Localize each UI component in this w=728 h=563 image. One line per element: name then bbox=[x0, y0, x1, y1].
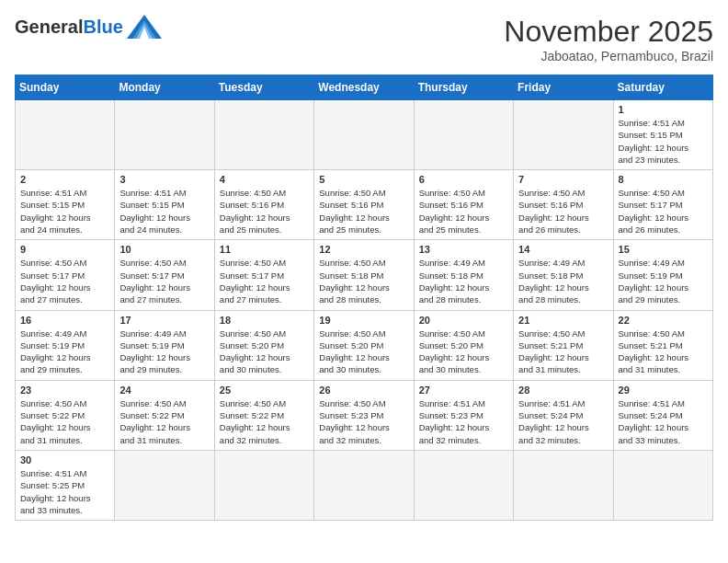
calendar-day-cell: 10Sunrise: 4:50 AM Sunset: 5:17 PM Dayli… bbox=[115, 240, 214, 310]
day-info: Sunrise: 4:50 AM Sunset: 5:22 PM Dayligh… bbox=[20, 397, 109, 446]
day-number: 3 bbox=[119, 174, 209, 185]
calendar-day-cell: 22Sunrise: 4:50 AM Sunset: 5:21 PM Dayli… bbox=[613, 310, 712, 380]
calendar-day-cell bbox=[414, 450, 513, 520]
weekday-header-friday: Friday bbox=[514, 75, 613, 100]
calendar-day-cell: 18Sunrise: 4:50 AM Sunset: 5:20 PM Dayli… bbox=[214, 310, 313, 380]
day-info: Sunrise: 4:51 AM Sunset: 5:15 PM Dayligh… bbox=[119, 187, 209, 236]
calendar-day-cell bbox=[16, 100, 115, 170]
calendar-title-area: November 2025 Jaboatao, Pernambuco, Braz… bbox=[504, 15, 713, 63]
day-info: Sunrise: 4:50 AM Sunset: 5:17 PM Dayligh… bbox=[119, 257, 209, 305]
day-number: 20 bbox=[419, 315, 508, 326]
day-number: 22 bbox=[619, 315, 708, 326]
day-info: Sunrise: 4:51 AM Sunset: 5:15 PM Dayligh… bbox=[20, 187, 109, 236]
day-number: 7 bbox=[518, 174, 608, 185]
weekday-header-sunday: Sunday bbox=[16, 75, 115, 100]
calendar-day-cell bbox=[514, 100, 613, 170]
day-number: 6 bbox=[419, 174, 508, 185]
day-number: 24 bbox=[119, 385, 209, 396]
calendar-day-cell: 2Sunrise: 4:51 AM Sunset: 5:15 PM Daylig… bbox=[16, 170, 115, 240]
calendar-week-row: 23Sunrise: 4:50 AM Sunset: 5:22 PM Dayli… bbox=[16, 380, 713, 450]
calendar-day-cell bbox=[115, 100, 214, 170]
calendar-day-cell: 20Sunrise: 4:50 AM Sunset: 5:20 PM Dayli… bbox=[414, 310, 513, 380]
day-info: Sunrise: 4:50 AM Sunset: 5:22 PM Dayligh… bbox=[220, 397, 309, 446]
logo-general-text: GeneralBlue bbox=[15, 17, 123, 36]
day-info: Sunrise: 4:50 AM Sunset: 5:17 PM Dayligh… bbox=[20, 257, 109, 305]
day-info: Sunrise: 4:51 AM Sunset: 5:24 PM Dayligh… bbox=[619, 397, 708, 446]
day-number: 19 bbox=[319, 315, 408, 326]
calendar-day-cell: 8Sunrise: 4:50 AM Sunset: 5:17 PM Daylig… bbox=[613, 170, 712, 240]
calendar-day-cell: 19Sunrise: 4:50 AM Sunset: 5:20 PM Dayli… bbox=[314, 310, 414, 380]
calendar-day-cell: 16Sunrise: 4:49 AM Sunset: 5:19 PM Dayli… bbox=[16, 310, 115, 380]
calendar-day-cell: 1Sunrise: 4:51 AM Sunset: 5:15 PM Daylig… bbox=[613, 100, 712, 170]
day-number: 29 bbox=[619, 385, 708, 396]
day-info: Sunrise: 4:50 AM Sunset: 5:20 PM Dayligh… bbox=[419, 327, 508, 376]
weekday-header-thursday: Thursday bbox=[414, 75, 513, 100]
calendar-week-row: 30Sunrise: 4:51 AM Sunset: 5:25 PM Dayli… bbox=[16, 450, 713, 520]
day-info: Sunrise: 4:49 AM Sunset: 5:19 PM Dayligh… bbox=[619, 257, 708, 305]
calendar-day-cell: 15Sunrise: 4:49 AM Sunset: 5:19 PM Dayli… bbox=[613, 240, 712, 310]
day-info: Sunrise: 4:51 AM Sunset: 5:24 PM Dayligh… bbox=[518, 397, 608, 446]
calendar-week-row: 1Sunrise: 4:51 AM Sunset: 5:15 PM Daylig… bbox=[16, 100, 713, 170]
calendar-day-cell: 7Sunrise: 4:50 AM Sunset: 5:16 PM Daylig… bbox=[514, 170, 613, 240]
calendar-day-cell: 30Sunrise: 4:51 AM Sunset: 5:25 PM Dayli… bbox=[16, 450, 115, 520]
calendar-day-cell: 17Sunrise: 4:49 AM Sunset: 5:19 PM Dayli… bbox=[115, 310, 214, 380]
day-number: 10 bbox=[119, 244, 209, 255]
logo-icon bbox=[127, 15, 162, 39]
day-number: 15 bbox=[619, 244, 708, 255]
weekday-header-wednesday: Wednesday bbox=[314, 75, 414, 100]
day-number: 4 bbox=[220, 174, 309, 185]
day-info: Sunrise: 4:51 AM Sunset: 5:15 PM Dayligh… bbox=[619, 117, 708, 166]
weekday-header-row: SundayMondayTuesdayWednesdayThursdayFrid… bbox=[16, 75, 713, 100]
day-number: 28 bbox=[518, 385, 608, 396]
day-info: Sunrise: 4:51 AM Sunset: 5:25 PM Dayligh… bbox=[20, 467, 109, 516]
calendar-day-cell: 12Sunrise: 4:50 AM Sunset: 5:18 PM Dayli… bbox=[314, 240, 414, 310]
day-number: 18 bbox=[220, 315, 309, 326]
day-number: 2 bbox=[20, 174, 109, 185]
calendar-day-cell: 11Sunrise: 4:50 AM Sunset: 5:17 PM Dayli… bbox=[214, 240, 313, 310]
day-info: Sunrise: 4:51 AM Sunset: 5:23 PM Dayligh… bbox=[419, 397, 508, 446]
calendar-day-cell bbox=[414, 100, 513, 170]
day-info: Sunrise: 4:50 AM Sunset: 5:17 PM Dayligh… bbox=[619, 187, 708, 236]
day-info: Sunrise: 4:50 AM Sunset: 5:17 PM Dayligh… bbox=[220, 257, 309, 305]
calendar-day-cell: 14Sunrise: 4:49 AM Sunset: 5:18 PM Dayli… bbox=[514, 240, 613, 310]
day-info: Sunrise: 4:50 AM Sunset: 5:16 PM Dayligh… bbox=[518, 187, 608, 236]
day-number: 12 bbox=[319, 244, 408, 255]
day-info: Sunrise: 4:50 AM Sunset: 5:16 PM Dayligh… bbox=[319, 187, 408, 236]
calendar-day-cell bbox=[214, 450, 313, 520]
day-info: Sunrise: 4:50 AM Sunset: 5:16 PM Dayligh… bbox=[220, 187, 309, 236]
calendar-day-cell: 26Sunrise: 4:50 AM Sunset: 5:23 PM Dayli… bbox=[314, 380, 414, 450]
day-number: 17 bbox=[119, 315, 209, 326]
calendar-title: November 2025 bbox=[504, 15, 713, 49]
day-info: Sunrise: 4:49 AM Sunset: 5:18 PM Dayligh… bbox=[419, 257, 508, 305]
day-info: Sunrise: 4:49 AM Sunset: 5:19 PM Dayligh… bbox=[20, 327, 109, 376]
calendar-day-cell bbox=[115, 450, 214, 520]
page-header: GeneralBlue November 2025 Jaboatao, Pern… bbox=[15, 15, 713, 63]
weekday-header-monday: Monday bbox=[115, 75, 214, 100]
day-number: 25 bbox=[220, 385, 309, 396]
calendar-day-cell bbox=[214, 100, 313, 170]
calendar-week-row: 2Sunrise: 4:51 AM Sunset: 5:15 PM Daylig… bbox=[16, 170, 713, 240]
day-info: Sunrise: 4:50 AM Sunset: 5:20 PM Dayligh… bbox=[319, 327, 408, 376]
day-number: 8 bbox=[619, 174, 708, 185]
calendar-day-cell bbox=[314, 100, 414, 170]
calendar-subtitle: Jaboatao, Pernambuco, Brazil bbox=[504, 49, 713, 63]
day-number: 11 bbox=[220, 244, 309, 255]
calendar-day-cell: 23Sunrise: 4:50 AM Sunset: 5:22 PM Dayli… bbox=[16, 380, 115, 450]
day-number: 27 bbox=[419, 385, 508, 396]
calendar-day-cell bbox=[314, 450, 414, 520]
day-number: 14 bbox=[518, 244, 608, 255]
calendar-day-cell: 5Sunrise: 4:50 AM Sunset: 5:16 PM Daylig… bbox=[314, 170, 414, 240]
calendar-day-cell: 29Sunrise: 4:51 AM Sunset: 5:24 PM Dayli… bbox=[613, 380, 712, 450]
calendar-table: SundayMondayTuesdayWednesdayThursdayFrid… bbox=[15, 75, 713, 521]
day-number: 5 bbox=[319, 174, 408, 185]
day-number: 23 bbox=[20, 385, 109, 396]
day-info: Sunrise: 4:50 AM Sunset: 5:16 PM Dayligh… bbox=[419, 187, 508, 236]
calendar-day-cell: 6Sunrise: 4:50 AM Sunset: 5:16 PM Daylig… bbox=[414, 170, 513, 240]
day-number: 30 bbox=[20, 454, 109, 465]
calendar-day-cell: 3Sunrise: 4:51 AM Sunset: 5:15 PM Daylig… bbox=[115, 170, 214, 240]
calendar-day-cell: 24Sunrise: 4:50 AM Sunset: 5:22 PM Dayli… bbox=[115, 380, 214, 450]
day-number: 26 bbox=[319, 385, 408, 396]
day-info: Sunrise: 4:49 AM Sunset: 5:18 PM Dayligh… bbox=[518, 257, 608, 305]
day-info: Sunrise: 4:50 AM Sunset: 5:22 PM Dayligh… bbox=[119, 397, 209, 446]
day-number: 9 bbox=[20, 244, 109, 255]
